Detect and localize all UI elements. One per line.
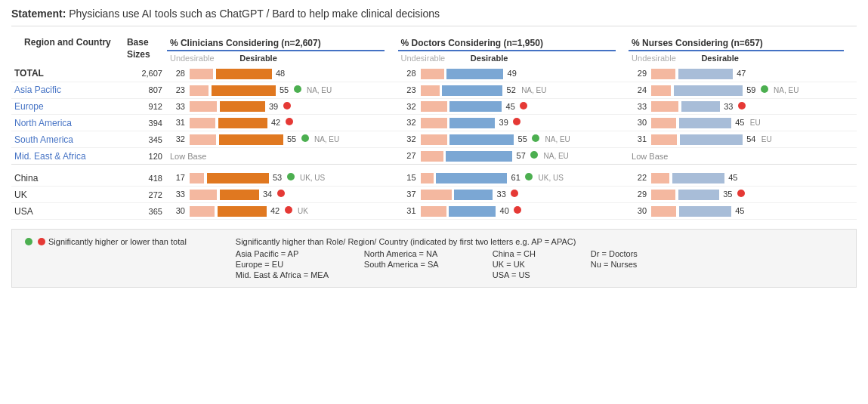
nurses-undesirable-bar (651, 85, 671, 96)
table-row: Asia Pacific 807 23 55 NA, EU 23 52 NA, … (11, 82, 857, 98)
doctors-desirable-bar (449, 206, 496, 217)
sig-label: NA, EU (314, 135, 339, 143)
clinicians-subheader: Undesirable Desirable (167, 51, 385, 66)
row-label-mid-east-africa: Mid. East & Africa (11, 148, 124, 165)
nurses-undesirable-bar (651, 190, 675, 200)
clinicians-undesirable-bar (190, 134, 216, 145)
nurses-undesirable-label: Undesirable (632, 54, 676, 63)
nurses-desirable-bar (679, 206, 731, 217)
nurses-header: % Nurses Considering (n=657) (629, 35, 843, 51)
base-value-asia-pacific: 807 (124, 82, 167, 98)
sig-label: NA, EU (543, 152, 568, 160)
nurses-desirable-bar (674, 85, 743, 96)
legend-dots: Significantly higher or lower than total (23, 237, 187, 246)
clinicians-bar-cell: 17 53 UK, US (167, 170, 385, 186)
table-row: Europe 912 33 39 32 45 33 33 (11, 98, 857, 115)
clinicians-desirable-bar (212, 85, 276, 96)
row-label-north-america: North America (11, 115, 124, 131)
abbrev-uk: UK = UK (493, 260, 591, 269)
clinicians-undesirable-value: 30 (170, 206, 185, 215)
clinicians-desirable-bar (219, 134, 283, 145)
abbrev-empty (591, 270, 697, 279)
red-dot-icon (38, 238, 45, 245)
doctors-desirable-bar (446, 151, 512, 162)
sig-label: NA, EU (545, 135, 570, 143)
clinicians-bar-cell: 33 34 (167, 187, 385, 203)
clinicians-undesirable-bar (190, 85, 209, 96)
abbrev-dr: Dr = Doctors (591, 249, 697, 258)
nurses-desirable-value: 45 (735, 206, 744, 215)
nurses-desirable-bar (680, 134, 743, 145)
clinicians-desirable-bar (207, 173, 269, 183)
abbrev-ch: China = CH (493, 249, 591, 258)
statement-text: Physicians use AI tools such as ChatGPT … (69, 8, 440, 20)
nurses-bar-cell: 31 54 EU (629, 131, 843, 148)
doctors-undesirable-bar (421, 85, 440, 96)
doctors-undesirable-value: 31 (401, 206, 416, 215)
green-dot-icon (530, 151, 538, 159)
nurses-desirable-value: 45 (728, 173, 737, 182)
red-dot-icon (738, 102, 746, 109)
doctors-desirable-value: 49 (508, 69, 517, 78)
doctors-bar-cell: 15 61 UK, US (398, 170, 616, 186)
base-value-mid-east-africa: 120 (124, 148, 167, 165)
nurses-undesirable-bar (651, 101, 678, 112)
doctors-desirable-bar (436, 173, 507, 183)
clinicians-desirable-bar (216, 69, 272, 79)
statement: Statement: Physicians use AI tools such … (11, 8, 857, 26)
red-dot-icon (513, 118, 520, 125)
sig-label: UK, US (538, 174, 563, 182)
nurses-bar-cell: 29 35 (629, 187, 843, 203)
clinicians-undesirable-bar (190, 101, 217, 112)
doctors-bar-cell: 32 55 NA, EU (398, 131, 616, 148)
nurses-desirable-bar (672, 173, 724, 183)
clinicians-bar-cell: 28 48 (167, 66, 385, 82)
table-row: UK 272 33 34 37 33 29 35 (11, 187, 857, 203)
doctors-undesirable-value: 32 (401, 118, 416, 127)
legend-row: Significantly higher or lower than total… (23, 237, 845, 279)
red-dot-icon (277, 190, 285, 197)
doctors-undesirable-bar (421, 134, 447, 145)
separator-row (11, 164, 857, 170)
row-label-total: TOTAL (11, 66, 124, 82)
doctors-bar-cell: 31 40 (398, 203, 616, 220)
nurses-undesirable-value: 24 (632, 85, 647, 94)
nurses-desirable-label: Desirable (701, 54, 739, 63)
nurses-bar-cell: 22 45 (629, 170, 843, 186)
nurses-desirable-value: 35 (723, 190, 732, 199)
doctors-undesirable-bar (421, 69, 444, 79)
doctors-desirable-label: Desirable (471, 54, 508, 63)
base-value-north-america: 394 (124, 115, 167, 131)
nurses-undesirable-value: 31 (632, 134, 647, 143)
doctors-desirable-bar (442, 85, 502, 96)
base-value-europe: 912 (124, 98, 167, 115)
row-label-usa: USA (11, 203, 124, 220)
nurses-undesirable-value: 29 (632, 190, 647, 199)
clinicians-desirable-bar (220, 101, 265, 112)
abbrev-eu: Europe = EU (236, 260, 364, 269)
legend-sig-section: Significantly higher than Role/ Region/ … (236, 237, 697, 279)
nurses-undesirable-bar (651, 118, 676, 128)
base-value-china: 418 (124, 170, 167, 186)
base-value-uk: 272 (124, 187, 167, 203)
nurses-desirable-bar (678, 69, 733, 79)
base-value-south-america: 345 (124, 131, 167, 148)
clinicians-bar-cell: 32 55 NA, EU (167, 131, 385, 148)
doctors-desirable-value: 45 (506, 102, 515, 111)
table-row: North America 394 31 42 32 39 30 45 EU (11, 115, 857, 131)
abbrev-ap: Asia Pacific = AP (236, 249, 364, 258)
clinicians-undesirable-bar (190, 190, 217, 200)
doctors-desirable-bar (449, 134, 514, 145)
red-dot-icon (511, 190, 518, 197)
doctors-undesirable-bar (421, 101, 447, 112)
doctors-desirable-value: 33 (497, 190, 506, 199)
doctors-undesirable-value: 37 (401, 190, 416, 199)
clinicians-bar-cell: Low Base (167, 148, 385, 165)
statement-prefix: Statement: (11, 8, 66, 20)
section-header-row: Region and Country Base Sizes % Clinicia… (11, 35, 857, 51)
clinicians-desirable-value: 53 (273, 173, 282, 182)
nurses-undesirable-value: 22 (632, 173, 647, 182)
green-dot-icon (532, 134, 539, 142)
legend-box: Significantly higher or lower than total… (11, 229, 857, 288)
doctors-bar-cell: 32 39 (398, 115, 616, 131)
